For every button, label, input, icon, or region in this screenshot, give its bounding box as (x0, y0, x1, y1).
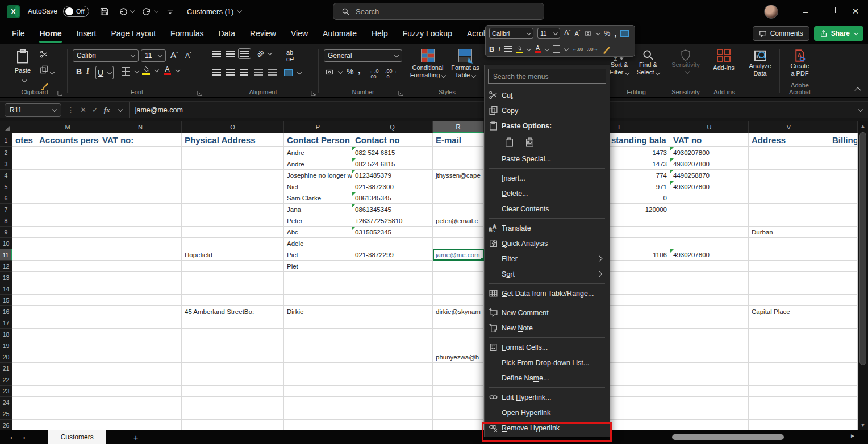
cell[interactable] (749, 408, 829, 420)
cell[interactable] (829, 181, 858, 192)
cell[interactable] (36, 238, 99, 249)
cell[interactable] (749, 340, 829, 351)
align-center-icon[interactable] (226, 69, 235, 76)
borders-button[interactable] (122, 67, 139, 76)
cell[interactable] (182, 408, 284, 420)
row-header-14[interactable]: 14 (0, 283, 12, 295)
menu-item-new-comment[interactable]: New Comment (485, 305, 610, 320)
column-header-P[interactable]: P (284, 121, 352, 133)
cell[interactable] (749, 158, 829, 170)
cell[interactable]: VAT no: (99, 133, 182, 147)
align-bottom-icon[interactable] (238, 48, 251, 59)
cell[interactable]: Piet (284, 249, 352, 261)
font-color-button[interactable]: A (164, 66, 180, 75)
cell[interactable] (433, 329, 484, 340)
row-header-8[interactable]: 8 (0, 215, 12, 227)
tab-insert[interactable]: Insert (69, 23, 103, 44)
comma-style-button[interactable]: , (358, 65, 361, 76)
cell[interactable] (182, 397, 284, 408)
tab-view[interactable]: View (283, 23, 315, 44)
cell[interactable] (749, 147, 829, 158)
menu-item-cut[interactable]: Cut (485, 87, 610, 103)
menu-item-format-cells[interactable]: Format Cells... (485, 340, 610, 355)
row-header-17[interactable]: 17 (0, 317, 12, 329)
cell[interactable]: 0861345345 (352, 204, 433, 215)
column-header-M[interactable]: M (36, 121, 99, 133)
cell[interactable] (670, 283, 749, 295)
cell[interactable] (433, 363, 484, 374)
analyze-data-button[interactable]: AnalyzeData (742, 49, 778, 77)
menu-item-pick-from-drop-down-list[interactable]: Pick From Drop-down List... (485, 355, 610, 370)
cell[interactable] (670, 238, 749, 249)
cell[interactable] (829, 408, 858, 420)
tab-automate[interactable]: Automate (315, 23, 364, 44)
accounting-format-button[interactable] (325, 68, 342, 76)
cell[interactable]: Accounts person (36, 133, 99, 147)
cell[interactable] (670, 363, 749, 374)
cell[interactable]: 021-3872300 (352, 181, 433, 192)
cell[interactable] (829, 363, 858, 374)
cell[interactable] (829, 227, 858, 238)
cell[interactable] (36, 272, 99, 283)
cell[interactable] (284, 329, 352, 340)
mini-increase-font-button[interactable]: A^ (564, 29, 571, 37)
restore-button[interactable] (818, 0, 843, 23)
redo-button[interactable] (142, 7, 158, 16)
cell[interactable] (99, 158, 182, 170)
find-select-button[interactable]: Find &Select (633, 49, 663, 76)
mini-align-icon[interactable] (504, 46, 512, 52)
cell[interactable] (670, 227, 749, 238)
menu-item-edit-hyperlink[interactable]: Edit Hyperlink... (485, 389, 610, 405)
alignment-dialog-launcher-icon[interactable] (310, 89, 317, 95)
save-icon[interactable] (99, 7, 109, 16)
cell[interactable] (36, 181, 99, 192)
cancel-entry-icon[interactable]: ✕ (80, 106, 86, 114)
row-header-3[interactable]: 3 (0, 158, 12, 170)
mini-borders-button[interactable] (553, 45, 568, 53)
cell[interactable] (284, 363, 352, 374)
autosave-toggle[interactable]: Off (63, 6, 89, 17)
paste-option-keep-formatting-button[interactable] (502, 135, 516, 150)
cell[interactable] (829, 192, 858, 204)
cell[interactable] (670, 192, 749, 204)
cell[interactable] (352, 272, 433, 283)
menu-item-clear-contents[interactable]: Clear Contents (485, 201, 610, 216)
cell[interactable]: jthyssen@cape (433, 170, 484, 181)
cell[interactable]: Niel (284, 181, 352, 192)
cell[interactable] (12, 170, 36, 181)
cell[interactable] (670, 420, 749, 431)
cell[interactable] (749, 204, 829, 215)
cell[interactable] (12, 272, 36, 283)
copy-button[interactable] (40, 65, 54, 76)
row-header-26[interactable]: 26 (0, 420, 12, 431)
cell[interactable]: Piet (284, 261, 352, 272)
cell[interactable] (670, 261, 749, 272)
cell[interactable] (433, 272, 484, 283)
search-input[interactable]: Search (333, 3, 544, 20)
number-format-select[interactable]: General (324, 49, 402, 62)
cell[interactable]: Durban (749, 227, 829, 238)
mini-accounting-button[interactable] (584, 30, 600, 37)
cell[interactable] (829, 317, 858, 329)
cell[interactable] (433, 386, 484, 397)
mini-comma-button[interactable]: , (614, 28, 616, 38)
row-header-7[interactable]: 7 (0, 204, 12, 215)
cell[interactable] (99, 204, 182, 215)
cell[interactable] (99, 329, 182, 340)
cell[interactable] (36, 249, 99, 261)
document-title[interactable]: Customers (1) (187, 7, 241, 16)
cell[interactable] (829, 261, 858, 272)
mini-font-color-button[interactable]: A (535, 45, 549, 53)
sheet-tab-customers[interactable]: Customers (48, 430, 106, 444)
cell[interactable] (12, 340, 36, 351)
paste-button[interactable]: Paste (10, 49, 35, 84)
cell[interactable] (99, 340, 182, 351)
row-header-25[interactable]: 25 (0, 408, 12, 420)
font-dialog-launcher-icon[interactable] (197, 89, 203, 95)
cell[interactable] (749, 420, 829, 431)
cell[interactable] (284, 295, 352, 306)
cell[interactable] (749, 351, 829, 363)
cell[interactable] (829, 351, 858, 363)
close-button[interactable]: ✕ (843, 0, 868, 23)
horizontal-scroll-thumb[interactable] (672, 434, 784, 440)
